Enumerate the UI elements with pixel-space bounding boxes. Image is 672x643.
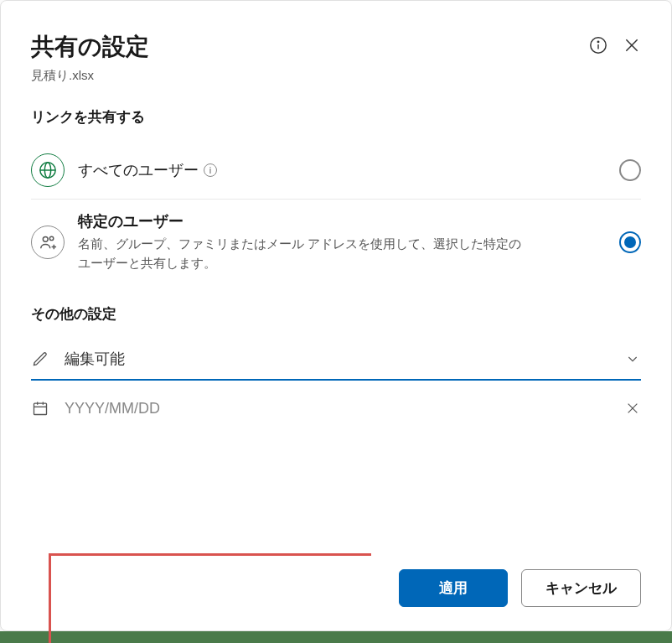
people-add-icon [31, 226, 65, 259]
callout-arrow-horizontal [49, 553, 371, 556]
globe-icon [31, 153, 65, 187]
filename-label: 見積り.xlsx [31, 68, 589, 84]
header-actions [589, 36, 641, 54]
bottom-bar [0, 631, 672, 643]
permission-value: 編集可能 [65, 349, 609, 369]
expiry-date-field[interactable]: YYYY/MM/DD [31, 389, 641, 428]
dialog-footer: 適用 キャンセル [31, 552, 641, 607]
share-settings-dialog: 共有の設定 見積り.xlsx リンクを共有する すべてのユーザー i [0, 0, 672, 631]
info-icon[interactable] [589, 36, 607, 54]
more-settings-section: その他の設定 編集可能 YYYY/MM/DD [31, 304, 641, 428]
permission-select[interactable]: 編集可能 [31, 339, 641, 381]
calendar-icon [31, 399, 49, 417]
dialog-title: 共有の設定 [31, 31, 589, 63]
clear-icon[interactable] [624, 400, 641, 417]
svg-rect-12 [34, 403, 47, 414]
svg-point-8 [43, 236, 48, 241]
link-section-title: リンクを共有する [31, 107, 641, 127]
expiry-placeholder: YYYY/MM/DD [65, 400, 609, 417]
svg-point-9 [49, 236, 53, 240]
option-label: 特定のユーザー [78, 211, 606, 231]
svg-point-2 [597, 41, 598, 42]
share-option-anyone[interactable]: すべてのユーザー i [31, 142, 641, 199]
dialog-header: 共有の設定 見積り.xlsx [31, 31, 641, 84]
option-description: 名前、グループ、ファミリまたはメール アドレスを使用して、選択した特定のユーザー… [78, 235, 530, 272]
option-body: 特定のユーザー 名前、グループ、ファミリまたはメール アドレスを使用して、選択し… [78, 211, 606, 272]
info-icon[interactable]: i [204, 163, 217, 177]
pencil-icon [31, 350, 49, 368]
cancel-button[interactable]: キャンセル [521, 569, 641, 607]
radio-checked[interactable] [619, 231, 641, 253]
option-label-text: 特定のユーザー [78, 211, 184, 231]
option-label-text: すべてのユーザー [78, 160, 199, 180]
radio-unchecked[interactable] [619, 159, 641, 181]
apply-button[interactable]: 適用 [399, 569, 508, 607]
chevron-down-icon[interactable] [624, 350, 641, 367]
option-label: すべてのユーザー i [78, 160, 606, 180]
share-option-specific[interactable]: 特定のユーザー 名前、グループ、ファミリまたはメール アドレスを使用して、選択し… [31, 199, 641, 284]
more-section-title: その他の設定 [31, 304, 641, 324]
close-icon[interactable] [623, 36, 641, 54]
share-option-list: すべてのユーザー i 特定のユーザー 名前、グループ、ファミリまたはメール アド… [31, 142, 641, 284]
option-body: すべてのユーザー i [78, 160, 606, 180]
header-text: 共有の設定 見積り.xlsx [31, 31, 589, 84]
link-share-section: リンクを共有する すべてのユーザー i [31, 107, 641, 284]
callout-arrow-vertical [49, 553, 51, 643]
